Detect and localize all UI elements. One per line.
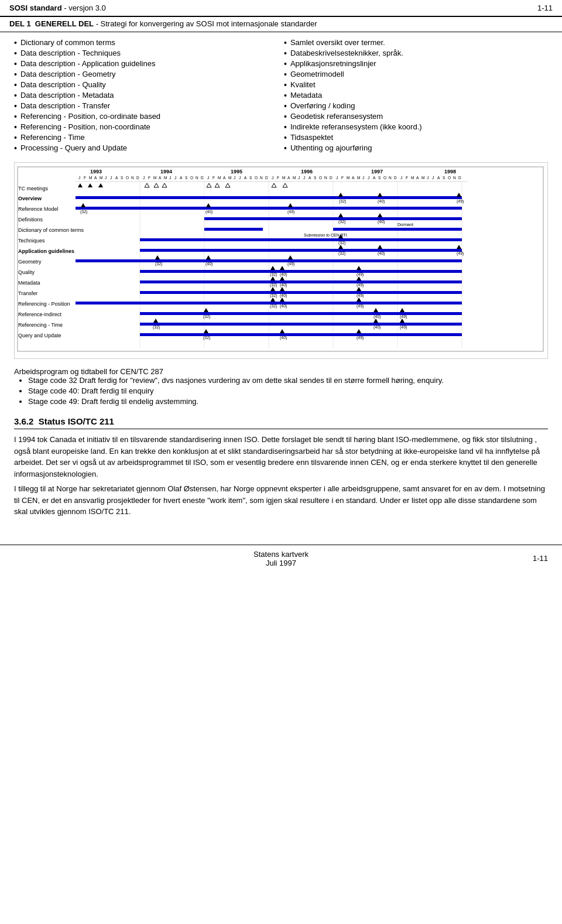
svg-rect-98 [76,196,462,199]
svg-text:F: F [213,176,215,180]
svg-text:(32): (32) [203,314,210,319]
svg-text:(49): (49) [287,210,294,214]
svg-marker-196 [280,329,285,333]
svg-rect-120 [204,228,263,231]
svg-marker-190 [400,319,405,323]
svg-rect-145 [140,270,462,273]
svg-text:(32): (32) [270,272,277,277]
svg-text:1995: 1995 [231,169,242,174]
svg-text:J: J [298,176,300,180]
svg-marker-182 [400,308,405,312]
svg-text:(40): (40) [205,262,213,266]
header-pagenum: 1-11 [537,4,553,12]
list-item: Uthenting og ajourføring [284,143,548,153]
svg-text:J: J [432,176,434,180]
svg-text:1996: 1996 [301,169,313,174]
list-item: Samlet oversikt over termer. [284,38,548,47]
svg-text:M: M [293,176,296,180]
list-item: Data description - Metadata [14,91,278,100]
svg-text:M: M [218,176,221,180]
svg-text:J: J [234,176,235,180]
svg-text:O: O [319,176,322,180]
title-rest: - versjon 3.0 [62,4,106,12]
list-item: Metadata [284,91,548,100]
svg-text:F: F [277,176,279,180]
svg-text:N: N [131,176,134,180]
svg-text:M: M [422,176,424,180]
svg-text:Definitions: Definitions [18,217,43,223]
svg-text:D: D [265,176,268,180]
svg-text:M: M [411,176,414,180]
svg-text:1994: 1994 [160,169,172,174]
bullet-list: Dictionary of common terms Data descript… [14,38,548,154]
list-item: Overføring / koding [284,101,548,111]
svg-marker-166 [357,287,361,291]
svg-text:(32): (32) [270,293,277,298]
svg-marker-93 [215,183,220,187]
svg-text:J: J [336,176,338,180]
del-bold: DEL 1 GENERELL DEL [9,19,94,28]
svg-text:O: O [126,176,129,180]
svg-text:(32): (32) [338,220,345,224]
svg-rect-106 [76,207,462,210]
svg-marker-140 [206,255,211,259]
svg-text:M: M [282,176,285,180]
svg-marker-156 [280,276,285,280]
svg-text:J: J [143,176,145,180]
svg-marker-198 [357,329,361,333]
svg-text:M: M [164,176,167,180]
svg-text:A: A [287,176,290,180]
svg-text:D: D [458,176,461,180]
svg-text:J: J [272,176,273,180]
svg-marker-109 [206,203,211,207]
svg-marker-158 [357,276,361,280]
svg-marker-117 [378,213,382,217]
svg-marker-186 [153,319,158,323]
svg-text:(49): (49) [457,251,464,256]
del-rest: - Strategi for konvergering av SOSI mot … [94,19,317,28]
svg-marker-130 [338,245,343,249]
gantt-svg: 1993 1994 1995 1996 1997 1998 JFMAMJJASO… [17,166,544,354]
list-item: Data description - Geometry [14,70,278,79]
list-item: Indirekte referansesystem (ikke koord.) [284,122,548,132]
list-item: Dictionary of common terms [14,38,278,47]
svg-marker-134 [457,245,461,249]
svg-rect-177 [140,312,462,315]
svg-marker-94 [225,183,230,187]
svg-text:Metadata: Metadata [18,280,40,286]
svg-rect-137 [76,259,462,262]
svg-text:(49): (49) [357,336,364,340]
svg-text:A: A [352,176,355,180]
svg-rect-161 [140,291,462,294]
list-item: Data description - Quality [14,80,278,90]
arbeid-section: Arbeidsprogram og tidtabell for CEN/TC 2… [14,367,548,406]
svg-text:F: F [341,176,344,180]
svg-text:(32): (32) [338,251,345,256]
svg-text:(32): (32) [339,199,346,204]
svg-text:(49): (49) [400,325,407,330]
svg-text:Query and Update: Query and Update [18,333,61,338]
svg-marker-164 [280,287,285,291]
title-bold: SOSI standard [9,4,62,12]
svg-marker-95 [272,183,276,187]
svg-text:N: N [324,176,327,180]
svg-text:Quality: Quality [18,269,35,275]
svg-rect-129 [140,249,462,252]
svg-text:Techniques: Techniques [18,238,45,244]
svg-marker-142 [288,255,293,259]
svg-text:Dormant: Dormant [397,223,413,227]
svg-text:A: A [223,176,226,180]
svg-text:Overview: Overview [18,196,42,201]
svg-text:D: D [201,176,204,180]
svg-text:(40): (40) [378,251,385,256]
svg-text:S: S [121,176,124,180]
svg-marker-99 [338,193,343,197]
section-362-para1: I 1994 tok Canada et initiativ til en ti… [14,434,548,480]
arbeid-list: Stage code 32 Draft ferdig for "review",… [28,376,548,406]
svg-text:Geometry: Geometry [18,259,42,265]
svg-marker-103 [457,193,461,197]
footer-center: Statens kartverk Juli 1997 [253,550,309,567]
svg-text:(32): (32) [80,210,87,214]
svg-text:J: J [105,176,107,180]
svg-text:J: J [239,176,241,180]
